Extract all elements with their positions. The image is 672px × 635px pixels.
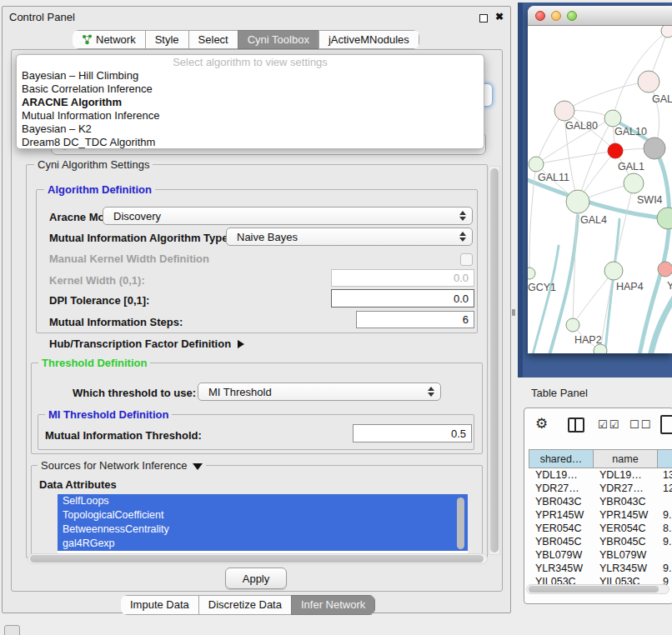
mi-steps-label: Mutual Information Steps:: [49, 316, 183, 328]
tab-network[interactable]: Network: [73, 30, 146, 49]
tab-jactivemnodules[interactable]: jActiveMNodules: [318, 30, 419, 49]
tab-discretize-data[interactable]: Discretize Data: [198, 595, 292, 615]
table-horizontal-scrollbar[interactable]: [526, 584, 669, 594]
table-cell: YDL19…: [594, 468, 658, 482]
mi-threshold-input[interactable]: 0.5: [353, 424, 472, 442]
attribute-item[interactable]: TopologicalCoefficient: [58, 508, 468, 522]
algorithm-option[interactable]: ARACNE Algorithm: [17, 96, 484, 109]
minimize-traffic-light-icon[interactable]: [551, 11, 561, 21]
network-node-hap2[interactable]: [566, 318, 579, 332]
gear-icon[interactable]: ⚙: [535, 415, 548, 432]
network-node-hap4[interactable]: [604, 262, 623, 280]
column-header-partial[interactable]: [657, 449, 672, 468]
docked-panel-icon[interactable]: [4, 625, 20, 635]
table-row[interactable]: YDR27…YDR27…12: [529, 482, 672, 495]
mi-type-value: Naive Bayes: [237, 231, 298, 243]
mi-steps-input[interactable]: 6: [356, 311, 474, 328]
network-node-y[interactable]: [658, 262, 672, 277]
network-window-titlebar[interactable]: [528, 6, 672, 26]
table-cell: [658, 548, 672, 562]
scrollbar-thumb[interactable]: [490, 168, 499, 552]
list-scrollbar-thumb[interactable]: [457, 498, 464, 549]
table-panel-title: Table Panel: [531, 387, 588, 399]
select-all-columns-icon[interactable]: ☑☑: [598, 418, 620, 431]
scrollbar-thumb[interactable]: [529, 586, 659, 592]
manual-kernel-checkbox[interactable]: [460, 253, 473, 266]
table-row[interactable]: YLR345WYLR345W9.: [529, 562, 672, 575]
hub-section-toggle[interactable]: Hub/Transcription Factor Definition: [49, 338, 244, 350]
algorithm-option[interactable]: Dream8 DC_TDC Algorithm: [17, 136, 484, 149]
mi-threshold-title: MI Threshold Definition: [45, 408, 172, 421]
tab-cyni-toolbox[interactable]: Cyni Toolbox: [238, 30, 319, 49]
scrollbar-thumb[interactable]: [30, 555, 484, 562]
sources-toggle[interactable]: Sources for Network Inference: [38, 459, 206, 472]
table-row[interactable]: YER054CYER054C8.: [529, 522, 672, 535]
table-row[interactable]: YBL079WYBL079W: [529, 548, 672, 562]
network-node-gal10[interactable]: [604, 110, 621, 127]
table-cell: 9.: [658, 535, 672, 548]
cyni-mode-tabs: Impute Data Discretize Data Infer Networ…: [121, 595, 375, 615]
close-traffic-light-icon[interactable]: [535, 11, 545, 21]
tab-select[interactable]: Select: [188, 30, 238, 49]
network-node-swi4[interactable]: [624, 173, 644, 193]
algorithm-option[interactable]: Bayesian – K2: [17, 122, 484, 136]
network-node[interactable]: [661, 26, 672, 38]
table-row[interactable]: YPR145WYPR145W9.: [529, 508, 672, 522]
deselect-all-columns-icon[interactable]: ☐☐: [629, 418, 652, 431]
table-row[interactable]: YBR043CYBR043C: [529, 495, 672, 508]
export-table-icon[interactable]: [660, 415, 672, 434]
mi-steps-value: 6: [463, 313, 469, 326]
attribute-item[interactable]: SelfLoops: [58, 494, 468, 508]
table-cell: [658, 495, 672, 508]
settings-vertical-scrollbar[interactable]: [489, 166, 500, 555]
attribute-item[interactable]: gal4RGexp: [58, 537, 468, 551]
tab-infer-network[interactable]: Infer Network: [291, 595, 375, 615]
float-window-icon[interactable]: [479, 14, 488, 22]
algorithm-option[interactable]: Bayesian – Hill Climbing: [17, 69, 484, 82]
table-row[interactable]: YDL19…YDL19…13: [529, 468, 672, 482]
network-node-gal[interactable]: [638, 71, 659, 92]
attribute-item[interactable]: BetweennessCentrality: [58, 522, 468, 537]
network-node-gcy1[interactable]: [528, 268, 535, 279]
aracne-mode-combobox[interactable]: Discovery: [103, 207, 473, 225]
network-canvas[interactable]: GALGAL80GAL10GAL1GAL11SWI4GAL4GCY1HAP4YH…: [528, 26, 672, 353]
column-header-shared-name[interactable]: shared…: [529, 449, 594, 468]
network-node-gal80[interactable]: [554, 101, 574, 121]
tab-label: Style: [155, 31, 179, 48]
panel-splitter-handle[interactable]: [512, 309, 515, 316]
algorithm-option[interactable]: Basic Correlation Inference: [17, 82, 484, 96]
node-label: GAL11: [538, 172, 569, 183]
tab-impute-data[interactable]: Impute Data: [121, 595, 199, 615]
zoom-traffic-light-icon[interactable]: [567, 11, 577, 21]
algorithm-option[interactable]: Mutual Information Inference: [17, 109, 484, 122]
tab-style[interactable]: Style: [145, 30, 189, 49]
network-node[interactable]: [644, 138, 665, 159]
node-label: GAL: [652, 93, 672, 105]
table-cell: YER054C: [594, 522, 658, 535]
mi-type-combobox[interactable]: Naive Bayes: [226, 228, 473, 246]
which-threshold-combobox[interactable]: MI Threshold: [198, 382, 441, 401]
tab-label: jActiveMNodules: [328, 31, 409, 48]
node-label: GAL1: [618, 161, 644, 172]
settings-horizontal-scrollbar[interactable]: [28, 553, 488, 564]
hub-section-label: Hub/Transcription Factor Definition: [49, 338, 231, 350]
dpi-tolerance-input[interactable]: 0.0: [331, 289, 474, 308]
table-header: shared… name: [529, 449, 672, 468]
network-node-gal1[interactable]: [608, 143, 623, 158]
table-cell: 9.: [658, 508, 672, 522]
column-header-name[interactable]: name: [593, 449, 658, 468]
mi-threshold-value: 0.5: [451, 428, 466, 440]
close-icon[interactable]: ✖: [495, 11, 504, 22]
apply-button[interactable]: Apply: [225, 568, 287, 589]
network-node[interactable]: [657, 208, 672, 229]
network-node-gal4[interactable]: [566, 190, 589, 213]
network-node-gal11[interactable]: [529, 157, 544, 172]
node-label: GAL10: [614, 126, 647, 138]
column-view-icon[interactable]: [568, 418, 584, 432]
data-attributes-list[interactable]: SelfLoopsTopologicalCoefficientBetweenne…: [58, 494, 468, 555]
dpi-tolerance-label: DPI Tolerance [0,1]:: [49, 294, 149, 307]
kernel-width-input[interactable]: 0.0: [331, 269, 474, 287]
table-row[interactable]: YBR045CYBR045C9.: [529, 535, 672, 548]
network-node[interactable]: [594, 344, 607, 353]
table-cell: YBR045C: [529, 535, 594, 548]
